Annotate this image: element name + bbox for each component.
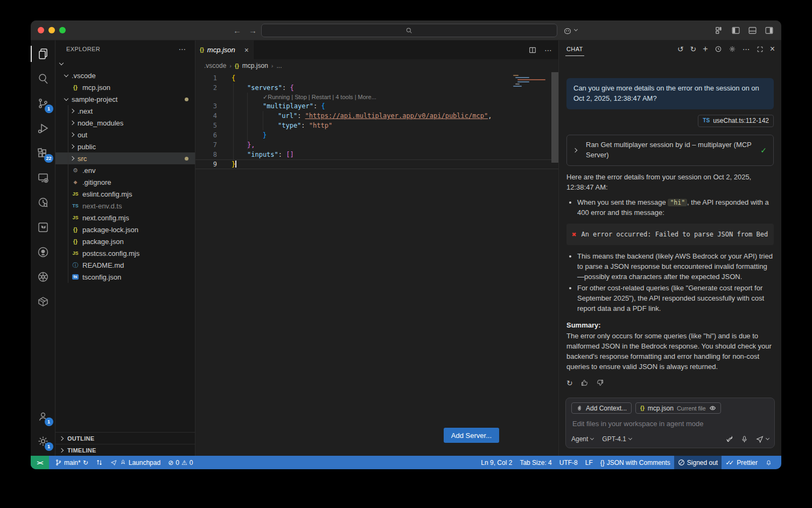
add-context-button[interactable]: Add Context... (571, 402, 632, 414)
breadcrumb-folder[interactable]: .vscode (204, 62, 226, 69)
notifications-item[interactable] (761, 456, 776, 469)
chat-history-icon[interactable] (715, 45, 722, 53)
add-server-button[interactable]: Add Server... (444, 428, 499, 443)
minimize-window-button[interactable] (48, 27, 55, 33)
breadcrumb[interactable]: .vscode › {} mcp.json › ... (195, 59, 558, 72)
split-editor-icon[interactable] (528, 46, 537, 54)
codelens[interactable]: ✓Running | Stop | Restart | 4 tools | Mo… (217, 93, 558, 101)
remote-indicator[interactable]: >< (31, 456, 49, 469)
file-gitignore[interactable]: ◆ .gitignore (55, 176, 195, 188)
command-center-search[interactable] (261, 24, 557, 37)
tool-call-item[interactable]: Ran Get multiplayer session by id – mult… (566, 135, 774, 166)
close-window-button[interactable] (38, 27, 44, 33)
new-chat-icon[interactable]: + (703, 44, 708, 54)
activity-explorer[interactable] (31, 41, 55, 66)
chip-file-badge: Current file (677, 405, 706, 412)
undo-icon[interactable]: ↺ (677, 45, 684, 53)
language-mode-item[interactable]: {} JSON with Comments (597, 456, 674, 469)
toggle-secondary-sidebar-icon[interactable] (765, 26, 774, 35)
timeline-section[interactable]: TIMELINE (55, 444, 195, 456)
formatter-item[interactable]: ✓✓ Prettier (722, 456, 761, 469)
cursor-position-item[interactable]: Ln 9, Col 2 (477, 456, 516, 469)
maximize-panel-icon[interactable] (757, 46, 764, 53)
current-file-chip[interactable]: {} mcp.json Current file (635, 402, 721, 414)
navigate-forward-icon[interactable]: → (249, 26, 257, 35)
customize-layout-icon[interactable] (715, 26, 724, 35)
encoding-item[interactable]: UTF-8 (556, 456, 582, 469)
file-tsconfig[interactable]: ts tsconfig.json (55, 271, 195, 283)
thumbs-up-icon[interactable] (580, 379, 589, 387)
chat-input-placeholder[interactable]: Edit files in your workspace in agent mo… (572, 420, 768, 428)
send-button[interactable] (755, 435, 769, 443)
folder-out[interactable]: out (55, 129, 195, 141)
chevron-right-icon (70, 133, 74, 137)
eye-icon[interactable] (709, 405, 716, 412)
activity-remote-explorer[interactable] (31, 165, 55, 190)
navigate-back-icon[interactable]: ← (233, 26, 241, 35)
thumbs-down-icon[interactable] (596, 379, 604, 387)
explorer-more-actions-icon[interactable]: ⋯ (179, 45, 186, 53)
folder-next[interactable]: .next (55, 105, 195, 117)
file-mcp-json[interactable]: {} mcp.json (55, 81, 195, 93)
zoom-window-button[interactable] (59, 27, 66, 33)
breadcrumb-symbol[interactable]: ... (277, 62, 282, 69)
retry-icon[interactable]: ↻ (566, 378, 573, 388)
minimap[interactable] (511, 74, 550, 120)
activity-containers[interactable] (31, 289, 55, 314)
activity-kubernetes[interactable] (31, 265, 55, 289)
redo-icon[interactable]: ↻ (690, 45, 697, 53)
outline-section[interactable]: OUTLINE (55, 432, 195, 444)
launchpad-item[interactable]: Launchpad (107, 456, 164, 469)
activity-terraform[interactable] (31, 215, 55, 240)
file-postcss-config[interactable]: JS postcss.config.mjs (55, 247, 195, 259)
compare-branch-item[interactable] (92, 456, 107, 469)
editor-more-actions-icon[interactable]: ⋯ (544, 46, 552, 54)
microphone-icon[interactable] (740, 435, 748, 443)
branch-icon (55, 459, 62, 466)
configure-tools-icon[interactable] (725, 435, 733, 443)
code-editor[interactable]: 1{ 2"servers": { ✓Running | Stop | Resta… (195, 72, 558, 456)
folder-src[interactable]: src (55, 152, 195, 164)
close-panel-icon[interactable]: × (770, 44, 775, 54)
copilot-menu[interactable] (563, 25, 577, 35)
folder-sample-project[interactable]: sample-project (55, 93, 195, 105)
breadcrumb-file[interactable]: mcp.json (242, 62, 268, 69)
toggle-panel-icon[interactable] (748, 26, 757, 35)
toggle-primary-sidebar-icon[interactable] (731, 26, 740, 35)
eol-item[interactable]: LF (582, 456, 597, 469)
activity-testing-tool[interactable] (31, 190, 55, 215)
file-package-lock[interactable]: {} package-lock.json (55, 224, 195, 235)
activity-source-control[interactable]: 1 (31, 91, 55, 116)
activity-extensions[interactable]: 22 (31, 141, 55, 165)
file-env[interactable]: ⚙ .env (55, 164, 195, 176)
close-tab-icon[interactable]: × (244, 46, 249, 54)
scrollbar[interactable] (551, 72, 558, 163)
chat-tab-title[interactable]: CHAT (565, 43, 584, 56)
file-next-config[interactable]: JS next.config.mjs (55, 212, 195, 224)
file-reference-chip[interactable]: TS useChat.ts:112-142 (698, 115, 774, 127)
chat-input-box[interactable]: Add Context... {} mcp.json Current file … (565, 398, 775, 448)
signed-out-item[interactable]: Signed out (674, 456, 722, 469)
git-branch-item[interactable]: main* ↻ (51, 456, 92, 469)
workspace-root-row[interactable] (55, 58, 195, 69)
code-url-link[interactable]: "https://api.multiplayer.app/v0/api/publ… (305, 112, 488, 120)
chat-settings-gear-icon[interactable] (729, 45, 736, 53)
file-eslint-config[interactable]: JS eslint.config.mjs (55, 188, 195, 200)
activity-search[interactable] (31, 66, 55, 91)
file-next-env[interactable]: TS next-env.d.ts (55, 200, 195, 212)
chat-more-actions-icon[interactable]: ⋯ (743, 45, 750, 53)
mode-picker[interactable]: Agent (571, 435, 593, 443)
accounts-button[interactable]: 1 (31, 404, 55, 429)
problems-item[interactable]: ⊘ 0 ⚠ 0 (164, 456, 197, 469)
folder-node-modules[interactable]: node_modules (55, 117, 195, 129)
file-readme[interactable]: ⓘ README.md (55, 259, 195, 271)
file-package-json[interactable]: {} package.json (55, 235, 195, 247)
indentation-item[interactable]: Tab Size: 4 (516, 456, 555, 469)
settings-button[interactable]: 1 (31, 429, 55, 454)
tab-mcp-json[interactable]: {} mcp.json × (195, 40, 254, 59)
activity-run-debug[interactable] (31, 116, 55, 141)
model-picker[interactable]: GPT-4.1 (602, 435, 632, 443)
folder-vscode[interactable]: .vscode (55, 69, 195, 81)
folder-public[interactable]: public (55, 141, 195, 152)
activity-github[interactable] (31, 240, 55, 265)
